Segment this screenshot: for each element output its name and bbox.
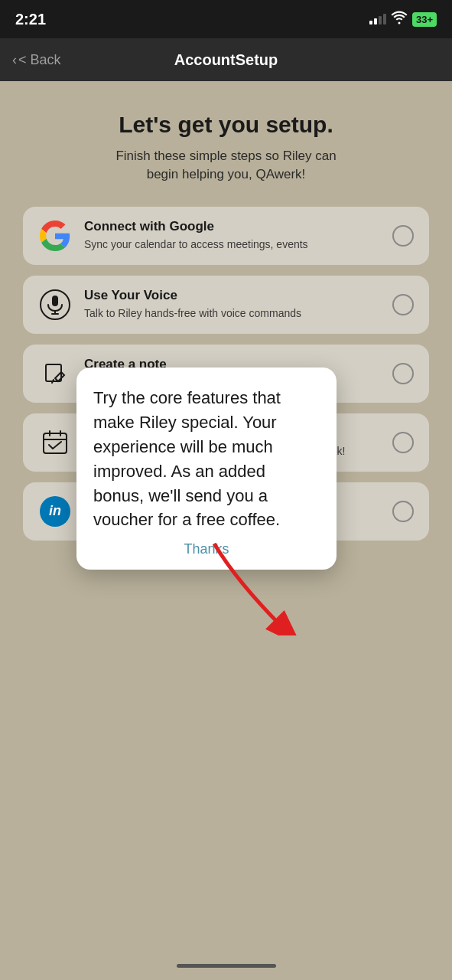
signal-icon: [369, 14, 386, 24]
page-subtitle: Finish these simple steps so Riley canbe…: [23, 147, 429, 184]
note-radio[interactable]: [392, 363, 414, 384]
google-radio[interactable]: [392, 225, 414, 247]
voice-item-title: Use Your Voice: [84, 288, 380, 303]
nav-bar: ‹ < Back AccountSetup: [0, 38, 452, 81]
status-icons: 33+: [369, 11, 437, 28]
wifi-icon: [391, 11, 408, 28]
setup-item-google[interactable]: Connect with Google Sync your calendar t…: [23, 207, 429, 265]
voice-radio[interactable]: [392, 294, 414, 315]
calendar-icon: [38, 426, 72, 459]
svg-rect-3: [46, 364, 61, 381]
voice-item-text: Use Your Voice Talk to Riley hands-free …: [84, 288, 380, 321]
linkedin-radio[interactable]: [392, 501, 414, 522]
google-icon: [38, 219, 72, 253]
edit-icon: [38, 357, 72, 390]
back-button[interactable]: ‹ < Back: [12, 52, 61, 68]
google-item-desc: Sync your calendar to access meetings, e…: [84, 237, 380, 252]
voice-item-desc: Talk to Riley hands-free with voice comm…: [84, 306, 380, 321]
thanks-button[interactable]: Thanks: [93, 541, 320, 557]
back-chevron-icon: ‹: [12, 52, 17, 68]
google-item-text: Connect with Google Sync your calendar t…: [84, 219, 380, 252]
nav-title: AccountSetup: [174, 51, 278, 69]
mic-icon: [38, 288, 72, 322]
battery-indicator: 33+: [412, 12, 437, 27]
page-title: Let's get you setup.: [23, 112, 429, 138]
google-item-title: Connect with Google: [84, 219, 380, 234]
status-time: 2:21: [15, 11, 46, 28]
linkedin-icon: in: [38, 495, 72, 528]
svg-rect-0: [52, 296, 58, 306]
home-indicator: [177, 964, 276, 968]
tooltip-text: Try the core features that make Riley sp…: [93, 386, 320, 532]
setup-item-voice[interactable]: Use Your Voice Talk to Riley hands-free …: [23, 276, 429, 334]
status-bar: 2:21 33+: [0, 0, 452, 38]
svg-rect-5: [44, 433, 67, 453]
svg-line-4: [52, 380, 54, 383]
back-label: < Back: [18, 52, 61, 68]
task-radio[interactable]: [392, 432, 414, 453]
tooltip-popup: Try the core features that make Riley sp…: [76, 368, 337, 570]
